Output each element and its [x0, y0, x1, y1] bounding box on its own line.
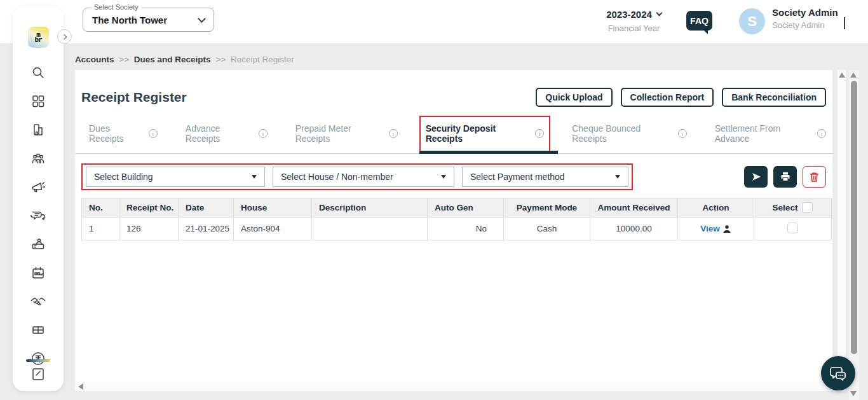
scrollbar-thumb[interactable] [851, 81, 857, 354]
col-action: Action [678, 198, 754, 217]
submit-filter-button[interactable] [744, 166, 768, 188]
send-arrow-icon [750, 171, 762, 183]
buildings-icon[interactable] [30, 121, 46, 138]
tab-settlement-from-advance[interactable]: Settlement From Advance i [709, 116, 832, 153]
info-icon[interactable]: i [817, 129, 826, 138]
tab-security-deposit-receipts[interactable]: Security Deposit Receipts i [419, 116, 550, 153]
tab-advance-receipts[interactable]: Advance Receipts i [179, 116, 274, 153]
info-icon[interactable]: i [678, 129, 687, 138]
breadcrumb-current: Receipt Register [231, 55, 294, 64]
scroll-down-arrow-icon[interactable] [850, 391, 857, 396]
sidebar: mbr [13, 6, 64, 391]
parcel-icon[interactable] [30, 322, 46, 338]
dropdown-arrow-icon [252, 175, 257, 179]
select-house-dropdown[interactable]: Select House / Non-member [273, 167, 454, 187]
edit-icon[interactable] [30, 366, 46, 383]
select-label: Select [773, 203, 798, 212]
accounts-rupee-icon[interactable] [30, 350, 46, 367]
trash-icon [809, 171, 820, 183]
select-house-value: Select House / Non-member [281, 172, 393, 182]
financial-year-block: 2023-2024 Financial Year [597, 9, 670, 33]
breadcrumb-accounts[interactable]: Accounts [75, 55, 114, 64]
cell-payment-mode: Cash [504, 217, 590, 240]
scroll-left-arrow-icon[interactable] [78, 383, 83, 390]
select-building-dropdown[interactable]: Select Building [86, 167, 265, 187]
announcement-icon[interactable] [30, 179, 46, 195]
chevron-down-icon [198, 15, 206, 23]
bank-reconciliation-button[interactable]: Bank Reconciliation [722, 88, 826, 107]
cell-amount-received: 10000.00 [590, 217, 678, 240]
print-button[interactable] [773, 166, 797, 188]
tab-dues-receipts[interactable]: Dues Receipts i [83, 116, 164, 153]
table-header-row: No. Receipt No. Date House Description A… [82, 198, 832, 217]
chat-bubbles-icon [829, 364, 848, 382]
view-action[interactable]: View [700, 224, 731, 233]
avatar[interactable]: S [739, 8, 765, 34]
tab-label: Dues Receipts [89, 123, 144, 144]
tab-prepaid-meter-receipts[interactable]: Prepaid Meter Receipts i [289, 116, 404, 153]
info-icon[interactable]: i [149, 129, 158, 138]
info-icon[interactable]: i [389, 129, 398, 138]
filters-group: Select Building Select House / Non-membe… [81, 163, 633, 190]
tab-label: Advance Receipts [186, 123, 254, 144]
handshake-icon[interactable] [30, 293, 46, 310]
col-amount-received: Amount Received [590, 198, 678, 217]
delete-button[interactable] [803, 166, 826, 188]
quick-upload-button[interactable]: Quick Upload [536, 88, 612, 107]
collection-report-button[interactable]: Collection Report [621, 88, 714, 107]
breadcrumb-separator: >> [119, 55, 129, 64]
select-building-value: Select Building [94, 172, 153, 182]
search-icon[interactable] [30, 64, 46, 81]
dashboard-icon[interactable] [30, 93, 46, 109]
col-select: Select [754, 198, 832, 217]
cell-select [754, 217, 832, 240]
user-menu-toggle[interactable] [844, 17, 845, 29]
printer-icon [780, 171, 791, 183]
filter-row: Select Building Select House / Non-membe… [81, 163, 826, 190]
scroll-up-arrow-icon[interactable] [850, 72, 857, 78]
chat-support-button[interactable] [821, 356, 855, 390]
info-icon[interactable]: i [535, 129, 544, 138]
dropdown-arrow-icon [441, 175, 446, 179]
col-house: House [234, 198, 312, 217]
view-link[interactable]: View [700, 224, 720, 233]
top-header: Select Society The North Tower 2023-2024… [0, 0, 868, 43]
tab-cheque-bounced-receipts[interactable]: Cheque Bounced Receipts i [566, 116, 693, 153]
cell-no: 1 [82, 217, 119, 240]
user-block: Society Admin Society Admin [772, 7, 838, 30]
select-payment-method-dropdown[interactable]: Select Payment method [462, 167, 628, 187]
sidebar-nav [30, 64, 46, 367]
facility-booking-icon[interactable] [30, 265, 46, 281]
breadcrumb-dues-and-receipts[interactable]: Dues and Receipts [134, 55, 211, 64]
sidebar-expand-button[interactable] [57, 29, 72, 44]
page-title: Receipt Register [81, 90, 187, 105]
receipt-register-card: Receipt Register Quick Upload Collection… [75, 70, 832, 391]
row-checkbox[interactable] [787, 223, 798, 233]
financial-year-dropdown[interactable]: 2023-2024 [606, 9, 661, 20]
tab-label: Cheque Bounced Receipts [572, 123, 674, 144]
receipts-table: No. Receipt No. Date House Description A… [81, 198, 832, 240]
faq-button[interactable]: FAQ [686, 11, 712, 31]
info-icon[interactable]: i [259, 129, 268, 138]
community-icon[interactable] [30, 150, 46, 167]
cell-date: 21-01-2025 [179, 217, 234, 240]
scroll-up-arrow-icon[interactable] [839, 72, 845, 78]
user-role: Society Admin [772, 20, 838, 30]
outer-vertical-scrollbar[interactable] [849, 70, 859, 400]
inner-vertical-scrollbar[interactable] [837, 70, 846, 391]
chevron-right-icon [61, 34, 66, 39]
society-select-dropdown[interactable]: Select Society The North Tower [83, 8, 214, 32]
person-icon [722, 224, 731, 233]
select-all-checkbox[interactable] [802, 202, 813, 213]
discussions-icon[interactable] [30, 207, 46, 224]
cell-description [312, 217, 428, 240]
tab-label: Settlement From Advance [715, 123, 813, 144]
user-name: Society Admin [772, 7, 838, 18]
filter-actions [744, 166, 826, 188]
horizontal-scrollbar[interactable] [75, 382, 832, 391]
front-desk-icon[interactable] [30, 236, 46, 252]
app-logo[interactable]: mbr [28, 27, 49, 48]
financial-year-value: 2023-2024 [606, 9, 652, 20]
cell-auto-gen: No [428, 217, 504, 240]
app-logo-glyph: mbr [34, 32, 41, 43]
